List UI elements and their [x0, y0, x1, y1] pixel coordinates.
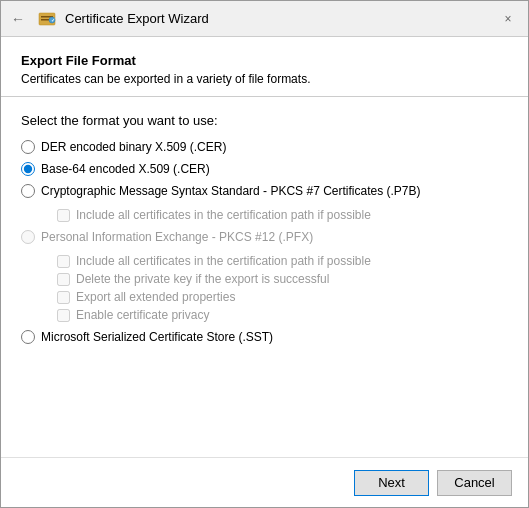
- radio-item-sst[interactable]: Microsoft Serialized Certificate Store (…: [21, 330, 508, 344]
- cms-checkbox-group: Include all certificates in the certific…: [21, 208, 508, 222]
- checkbox-pfx-chain: [57, 255, 70, 268]
- title-bar: ← ✓ Certificate Export Wizard ×: [1, 1, 528, 37]
- svg-rect-2: [41, 19, 49, 21]
- checkbox-label-pfx-privacy: Enable certificate privacy: [76, 308, 209, 322]
- radio-base64[interactable]: [21, 162, 35, 176]
- radio-item-base64[interactable]: Base-64 encoded X.509 (.CER): [21, 162, 508, 176]
- form-area: Select the format you want to use: DER e…: [1, 97, 528, 457]
- format-radio-group: DER encoded binary X.509 (.CER) Base-64 …: [21, 140, 508, 352]
- wizard-window: ← ✓ Certificate Export Wizard × Export F…: [0, 0, 529, 508]
- form-select-label: Select the format you want to use:: [21, 113, 508, 128]
- close-button[interactable]: ×: [498, 9, 518, 29]
- wizard-content: Export File Format Certificates can be e…: [1, 37, 528, 507]
- checkbox-item-pfx-export: Export all extended properties: [57, 290, 508, 304]
- checkbox-pfx-export: [57, 291, 70, 304]
- next-button[interactable]: Next: [354, 470, 429, 496]
- window-title: Certificate Export Wizard: [65, 11, 209, 26]
- radio-item-pfx[interactable]: Personal Information Exchange - PKCS #12…: [21, 230, 508, 244]
- radio-item-cms[interactable]: Cryptographic Message Syntax Standard - …: [21, 184, 508, 198]
- checkbox-pfx-privacy: [57, 309, 70, 322]
- radio-label-der: DER encoded binary X.509 (.CER): [41, 140, 226, 154]
- checkbox-cms-chain: [57, 209, 70, 222]
- radio-item-der[interactable]: DER encoded binary X.509 (.CER): [21, 140, 508, 154]
- radio-cms[interactable]: [21, 184, 35, 198]
- radio-label-pfx: Personal Information Exchange - PKCS #12…: [41, 230, 313, 244]
- radio-label-sst: Microsoft Serialized Certificate Store (…: [41, 330, 273, 344]
- svg-text:✓: ✓: [51, 17, 55, 23]
- checkbox-item-cms-chain: Include all certificates in the certific…: [57, 208, 508, 222]
- section-title: Export File Format: [21, 53, 508, 68]
- radio-sst[interactable]: [21, 330, 35, 344]
- checkbox-label-pfx-export: Export all extended properties: [76, 290, 235, 304]
- checkbox-pfx-delete: [57, 273, 70, 286]
- checkbox-item-pfx-chain: Include all certificates in the certific…: [57, 254, 508, 268]
- wizard-icon: ✓: [37, 9, 57, 29]
- checkbox-item-pfx-privacy: Enable certificate privacy: [57, 308, 508, 322]
- checkbox-label-cms-chain: Include all certificates in the certific…: [76, 208, 371, 222]
- radio-pfx[interactable]: [21, 230, 35, 244]
- radio-der[interactable]: [21, 140, 35, 154]
- section-description: Certificates can be exported in a variet…: [21, 72, 508, 86]
- wizard-footer: Next Cancel: [1, 457, 528, 507]
- back-button[interactable]: ←: [11, 11, 25, 27]
- checkbox-label-pfx-chain: Include all certificates in the certific…: [76, 254, 371, 268]
- radio-label-base64: Base-64 encoded X.509 (.CER): [41, 162, 210, 176]
- checkbox-label-pfx-delete: Delete the private key if the export is …: [76, 272, 329, 286]
- checkbox-item-pfx-delete: Delete the private key if the export is …: [57, 272, 508, 286]
- cancel-button[interactable]: Cancel: [437, 470, 512, 496]
- radio-label-cms: Cryptographic Message Syntax Standard - …: [41, 184, 421, 198]
- section-header: Export File Format Certificates can be e…: [1, 37, 528, 96]
- pfx-checkbox-group: Include all certificates in the certific…: [21, 254, 508, 322]
